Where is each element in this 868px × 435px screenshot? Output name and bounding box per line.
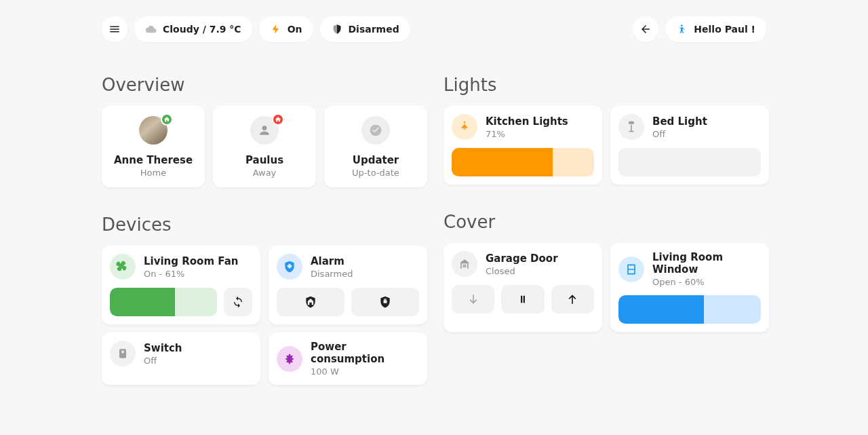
menu-button[interactable] — [102, 16, 127, 42]
fan-oscillate-button[interactable] — [224, 288, 252, 316]
away-badge-icon — [272, 113, 284, 126]
lights-chip[interactable]: On — [259, 16, 313, 42]
arm-home-button[interactable] — [277, 288, 344, 316]
back-button[interactable] — [633, 16, 658, 42]
updater-status: Up-to-date — [352, 168, 399, 178]
garage-icon — [452, 251, 477, 277]
cover-heading: Cover — [443, 212, 769, 232]
updater-name: Updater — [353, 154, 399, 166]
window-slider[interactable] — [618, 295, 761, 324]
garage-card[interactable]: Garage Door Closed — [443, 243, 602, 332]
window-sub: Open - 60% — [652, 277, 761, 287]
person-status: Home — [140, 168, 166, 178]
person-card-paulus[interactable]: Paulus Away — [213, 106, 316, 187]
person-name: Anne Therese — [114, 154, 193, 166]
home-badge-icon — [161, 113, 173, 126]
fan-slider-fill — [110, 288, 175, 316]
window-title: Living Room Window — [652, 251, 761, 276]
overview-heading: Overview — [102, 75, 427, 95]
weather-chip-label: Cloudy / 7.9 °C — [163, 24, 241, 35]
lights-heading: Lights — [443, 75, 769, 95]
garage-sub: Closed — [486, 266, 558, 276]
shield-home-icon — [304, 295, 317, 309]
cover-open-button[interactable] — [551, 285, 594, 314]
switch-icon — [110, 341, 136, 366]
person-name: Paulus — [245, 154, 283, 166]
fan-icon — [110, 254, 136, 280]
alarm-chip-label: Disarmed — [349, 24, 399, 35]
floor-lamp-icon — [618, 114, 644, 140]
devices-heading: Devices — [102, 214, 427, 235]
avatar — [361, 116, 390, 145]
arrow-up-icon — [566, 292, 579, 306]
transmission-tower-icon — [277, 346, 302, 372]
bed-light-sub: Off — [652, 129, 707, 139]
person-wave-icon — [676, 23, 688, 35]
ceiling-light-icon — [452, 114, 477, 140]
kitchen-light-title: Kitchen Lights — [486, 115, 568, 128]
weather-chip[interactable]: Cloudy / 7.9 °C — [134, 16, 252, 42]
alarm-chip[interactable]: Disarmed — [320, 16, 410, 42]
cloudy-icon — [145, 23, 157, 35]
fan-title: Living Room Fan — [144, 255, 238, 267]
window-card[interactable]: Living Room Window Open - 60% — [610, 243, 769, 332]
lights-on-icon — [270, 23, 282, 35]
arm-away-button[interactable] — [351, 288, 419, 316]
cover-stop-button[interactable] — [501, 285, 544, 314]
fan-card[interactable]: Living Room Fan On - 61% — [102, 246, 260, 324]
bed-light-title: Bed Light — [652, 115, 707, 128]
menu-icon — [108, 23, 121, 35]
arrow-down-icon — [467, 292, 480, 306]
greeting-chip-label: Hello Paul ! — [694, 24, 755, 35]
switch-title: Switch — [144, 342, 182, 354]
switch-sub: Off — [144, 356, 182, 366]
person-card-anne[interactable]: Anne Therese Home — [102, 106, 205, 187]
kitchen-light-slider-fill — [452, 148, 553, 176]
shield-off-icon — [277, 254, 302, 280]
shield-lock-icon — [378, 295, 392, 309]
alarm-card[interactable]: Alarm Disarmed — [269, 246, 427, 324]
bed-light-card[interactable]: Bed Light Off — [610, 106, 769, 185]
window-slider-fill — [618, 295, 704, 324]
kitchen-light-card[interactable]: Kitchen Lights 71% — [443, 106, 602, 185]
arrow-left-icon — [639, 23, 652, 35]
power-title: Power consumption — [311, 341, 419, 365]
sync-icon — [232, 296, 244, 308]
bed-light-slider[interactable] — [618, 148, 761, 176]
greeting-chip[interactable]: Hello Paul ! — [665, 16, 766, 42]
cover-close-button[interactable] — [452, 285, 494, 314]
alarm-title: Alarm — [311, 255, 353, 267]
person-status: Away — [253, 168, 277, 178]
pause-icon — [517, 293, 529, 305]
kitchen-light-slider[interactable] — [452, 148, 594, 176]
lights-chip-label: On — [288, 24, 302, 35]
garage-title: Garage Door — [486, 252, 558, 265]
power-card[interactable]: Power consumption 100 W — [269, 333, 427, 385]
switch-card[interactable]: Switch Off — [102, 333, 260, 385]
power-sub: 100 W — [311, 366, 419, 377]
shield-half-icon — [331, 23, 343, 35]
window-icon — [618, 257, 644, 282]
kitchen-light-sub: 71% — [486, 129, 568, 139]
alarm-sub: Disarmed — [311, 269, 353, 279]
fan-slider[interactable] — [110, 288, 217, 316]
updater-card[interactable]: Updater Up-to-date — [324, 106, 427, 187]
fan-sub: On - 61% — [144, 269, 238, 279]
